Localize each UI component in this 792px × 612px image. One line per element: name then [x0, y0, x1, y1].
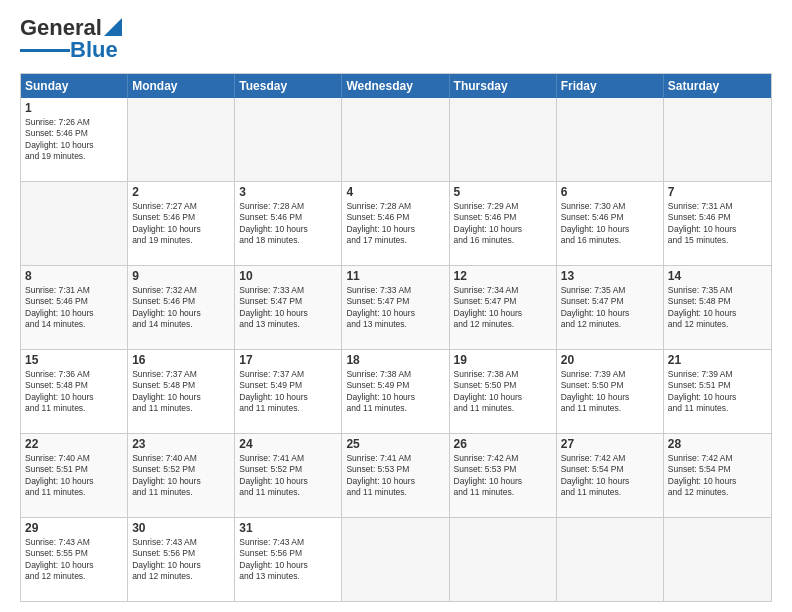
cell-text: Sunrise: 7:40 AM Sunset: 5:51 PM Dayligh… [25, 453, 123, 499]
day-number: 10 [239, 269, 337, 283]
header-tuesday: Tuesday [235, 74, 342, 98]
cal-cell-empty [342, 518, 449, 601]
day-number: 8 [25, 269, 123, 283]
page-header: General Blue [20, 15, 772, 63]
cal-cell-empty-6 [664, 98, 771, 181]
cell-text: Sunrise: 7:42 AM Sunset: 5:54 PM Dayligh… [561, 453, 659, 499]
day-number: 31 [239, 521, 337, 535]
cell-text: Sunrise: 7:29 AM Sunset: 5:46 PM Dayligh… [454, 201, 552, 247]
day-number: 29 [25, 521, 123, 535]
cal-cell-7: 7Sunrise: 7:31 AM Sunset: 5:46 PM Daylig… [664, 182, 771, 265]
cal-cell-23: 23Sunrise: 7:40 AM Sunset: 5:52 PM Dayli… [128, 434, 235, 517]
cell-text: Sunrise: 7:33 AM Sunset: 5:47 PM Dayligh… [239, 285, 337, 331]
cal-cell-empty-1 [128, 98, 235, 181]
logo-icon [104, 18, 122, 36]
day-number: 26 [454, 437, 552, 451]
day-number: 2 [132, 185, 230, 199]
svg-marker-0 [104, 18, 122, 36]
cell-text: Sunrise: 7:38 AM Sunset: 5:49 PM Dayligh… [346, 369, 444, 415]
cal-cell-29: 29Sunrise: 7:43 AM Sunset: 5:55 PM Dayli… [21, 518, 128, 601]
day-number: 25 [346, 437, 444, 451]
cell-text: Sunrise: 7:39 AM Sunset: 5:50 PM Dayligh… [561, 369, 659, 415]
cell-text: Sunrise: 7:34 AM Sunset: 5:47 PM Dayligh… [454, 285, 552, 331]
day-number: 30 [132, 521, 230, 535]
cal-cell-21: 21Sunrise: 7:39 AM Sunset: 5:51 PM Dayli… [664, 350, 771, 433]
header-saturday: Saturday [664, 74, 771, 98]
cal-cell-13: 13Sunrise: 7:35 AM Sunset: 5:47 PM Dayli… [557, 266, 664, 349]
cal-cell-10: 10Sunrise: 7:33 AM Sunset: 5:47 PM Dayli… [235, 266, 342, 349]
day-number: 1 [25, 101, 123, 115]
cell-text: Sunrise: 7:35 AM Sunset: 5:47 PM Dayligh… [561, 285, 659, 331]
calendar-header: SundayMondayTuesdayWednesdayThursdayFrid… [21, 74, 771, 98]
day-number: 19 [454, 353, 552, 367]
cell-text: Sunrise: 7:40 AM Sunset: 5:52 PM Dayligh… [132, 453, 230, 499]
calendar-week-0: 1Sunrise: 7:26 AM Sunset: 5:46 PM Daylig… [21, 98, 771, 182]
cal-cell-15: 15Sunrise: 7:36 AM Sunset: 5:48 PM Dayli… [21, 350, 128, 433]
day-number: 5 [454, 185, 552, 199]
cal-cell-6: 6Sunrise: 7:30 AM Sunset: 5:46 PM Daylig… [557, 182, 664, 265]
cell-text: Sunrise: 7:41 AM Sunset: 5:53 PM Dayligh… [346, 453, 444, 499]
cal-cell-8: 8Sunrise: 7:31 AM Sunset: 5:46 PM Daylig… [21, 266, 128, 349]
cell-text: Sunrise: 7:31 AM Sunset: 5:46 PM Dayligh… [25, 285, 123, 331]
cal-cell-22: 22Sunrise: 7:40 AM Sunset: 5:51 PM Dayli… [21, 434, 128, 517]
calendar-week-5: 29Sunrise: 7:43 AM Sunset: 5:55 PM Dayli… [21, 518, 771, 601]
cell-text: Sunrise: 7:43 AM Sunset: 5:56 PM Dayligh… [239, 537, 337, 583]
calendar: SundayMondayTuesdayWednesdayThursdayFrid… [20, 73, 772, 602]
cell-text: Sunrise: 7:27 AM Sunset: 5:46 PM Dayligh… [132, 201, 230, 247]
calendar-page: General Blue SundayMondayTuesdayWednesda… [0, 0, 792, 612]
cal-cell-empty [21, 182, 128, 265]
calendar-week-4: 22Sunrise: 7:40 AM Sunset: 5:51 PM Dayli… [21, 434, 771, 518]
cal-cell-empty [450, 518, 557, 601]
header-friday: Friday [557, 74, 664, 98]
cal-cell-28: 28Sunrise: 7:42 AM Sunset: 5:54 PM Dayli… [664, 434, 771, 517]
cell-text: Sunrise: 7:35 AM Sunset: 5:48 PM Dayligh… [668, 285, 767, 331]
cal-cell-4: 4Sunrise: 7:28 AM Sunset: 5:46 PM Daylig… [342, 182, 449, 265]
cal-cell-empty [557, 518, 664, 601]
calendar-week-3: 15Sunrise: 7:36 AM Sunset: 5:48 PM Dayli… [21, 350, 771, 434]
header-thursday: Thursday [450, 74, 557, 98]
day-number: 9 [132, 269, 230, 283]
day-number: 22 [25, 437, 123, 451]
day-number: 23 [132, 437, 230, 451]
day-number: 4 [346, 185, 444, 199]
cell-text: Sunrise: 7:31 AM Sunset: 5:46 PM Dayligh… [668, 201, 767, 247]
cal-cell-20: 20Sunrise: 7:39 AM Sunset: 5:50 PM Dayli… [557, 350, 664, 433]
calendar-body: 1Sunrise: 7:26 AM Sunset: 5:46 PM Daylig… [21, 98, 771, 601]
cell-text: Sunrise: 7:42 AM Sunset: 5:54 PM Dayligh… [668, 453, 767, 499]
cell-text: Sunrise: 7:43 AM Sunset: 5:55 PM Dayligh… [25, 537, 123, 583]
day-number: 11 [346, 269, 444, 283]
cal-cell-empty-5 [557, 98, 664, 181]
cell-text: Sunrise: 7:39 AM Sunset: 5:51 PM Dayligh… [668, 369, 767, 415]
cal-cell-3: 3Sunrise: 7:28 AM Sunset: 5:46 PM Daylig… [235, 182, 342, 265]
logo-blue: Blue [70, 37, 118, 63]
cal-cell-17: 17Sunrise: 7:37 AM Sunset: 5:49 PM Dayli… [235, 350, 342, 433]
cell-text: Sunrise: 7:30 AM Sunset: 5:46 PM Dayligh… [561, 201, 659, 247]
day-number: 14 [668, 269, 767, 283]
cell-text: Sunrise: 7:38 AM Sunset: 5:50 PM Dayligh… [454, 369, 552, 415]
cell-text: Sunrise: 7:26 AM Sunset: 5:46 PM Dayligh… [25, 117, 123, 163]
day-number: 20 [561, 353, 659, 367]
cal-cell-5: 5Sunrise: 7:29 AM Sunset: 5:46 PM Daylig… [450, 182, 557, 265]
day-number: 18 [346, 353, 444, 367]
cell-text: Sunrise: 7:32 AM Sunset: 5:46 PM Dayligh… [132, 285, 230, 331]
cal-cell-empty-4 [450, 98, 557, 181]
day-number: 16 [132, 353, 230, 367]
cal-cell-31: 31Sunrise: 7:43 AM Sunset: 5:56 PM Dayli… [235, 518, 342, 601]
cell-text: Sunrise: 7:37 AM Sunset: 5:49 PM Dayligh… [239, 369, 337, 415]
cal-cell-16: 16Sunrise: 7:37 AM Sunset: 5:48 PM Dayli… [128, 350, 235, 433]
cell-text: Sunrise: 7:28 AM Sunset: 5:46 PM Dayligh… [346, 201, 444, 247]
calendar-week-1: 2Sunrise: 7:27 AM Sunset: 5:46 PM Daylig… [21, 182, 771, 266]
cal-cell-26: 26Sunrise: 7:42 AM Sunset: 5:53 PM Dayli… [450, 434, 557, 517]
calendar-week-2: 8Sunrise: 7:31 AM Sunset: 5:46 PM Daylig… [21, 266, 771, 350]
day-number: 24 [239, 437, 337, 451]
cal-cell-empty-3 [342, 98, 449, 181]
header-sunday: Sunday [21, 74, 128, 98]
cal-cell-empty-2 [235, 98, 342, 181]
day-number: 15 [25, 353, 123, 367]
cell-text: Sunrise: 7:43 AM Sunset: 5:56 PM Dayligh… [132, 537, 230, 583]
cal-cell-24: 24Sunrise: 7:41 AM Sunset: 5:52 PM Dayli… [235, 434, 342, 517]
cell-text: Sunrise: 7:28 AM Sunset: 5:46 PM Dayligh… [239, 201, 337, 247]
logo: General Blue [20, 15, 122, 63]
day-number: 7 [668, 185, 767, 199]
day-number: 27 [561, 437, 659, 451]
